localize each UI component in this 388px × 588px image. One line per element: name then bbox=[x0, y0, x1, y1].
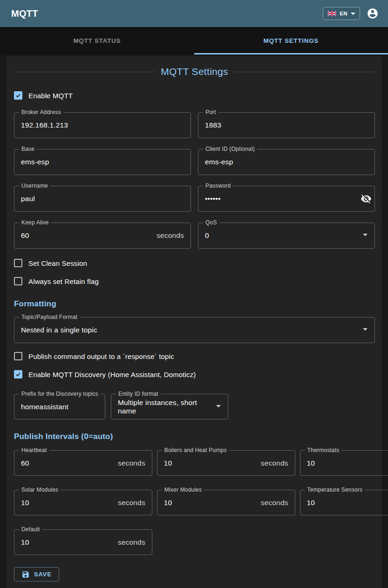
tab-bar: MQTT STATUS MQTT SETTINGS bbox=[0, 27, 388, 54]
checkbox-checked-icon[interactable] bbox=[14, 370, 22, 378]
boilers-interval-field: Boilers and Heat Pumps seconds bbox=[157, 450, 295, 476]
temperature-sensors-interval-input[interactable] bbox=[307, 499, 388, 507]
field-label: Keep Alive bbox=[19, 219, 51, 226]
port-input[interactable] bbox=[205, 121, 368, 129]
field-label: Password bbox=[203, 182, 233, 189]
discovery-prefix-input[interactable] bbox=[21, 403, 98, 411]
password-input[interactable] bbox=[205, 195, 361, 203]
chevron-down-icon bbox=[351, 13, 355, 15]
field-label: Client ID (Optional) bbox=[203, 146, 257, 152]
discovery-fields-row: Prefix for the Discovery topics Entity I… bbox=[14, 394, 375, 419]
client-id-field: Client ID (Optional) bbox=[198, 149, 375, 175]
tab-label: MQTT STATUS bbox=[73, 37, 121, 44]
publish-intervals-heading: Publish Intervals (0=auto) bbox=[14, 432, 375, 442]
mixer-interval-field: Mixer Modules seconds bbox=[157, 490, 295, 515]
default-interval-field: Default seconds bbox=[14, 529, 152, 555]
appbar-actions: EN bbox=[323, 7, 379, 20]
tab-mqtt-status[interactable]: MQTT STATUS bbox=[0, 27, 194, 54]
retain-flag-checkbox-row[interactable]: Always set Retain flag bbox=[14, 276, 375, 287]
save-button-label: SAVE bbox=[34, 571, 52, 578]
field-label: Topic/Payload Format bbox=[19, 314, 80, 320]
active-tab-indicator bbox=[194, 53, 388, 54]
language-code: EN bbox=[340, 11, 347, 16]
clean-session-checkbox-row[interactable]: Set Clean Session bbox=[14, 257, 375, 269]
solar-interval-field: Solar Modules seconds bbox=[14, 490, 152, 515]
seconds-suffix: seconds bbox=[261, 499, 288, 507]
field-label: Default bbox=[19, 526, 42, 533]
qos-value: 0 bbox=[205, 231, 360, 240]
checkbox-unchecked-icon[interactable] bbox=[14, 277, 22, 285]
divider-line bbox=[14, 72, 155, 72]
checkbox-checked-icon[interactable] bbox=[14, 91, 22, 100]
field-label: Thermostats bbox=[305, 447, 342, 453]
checkbox-label: Enable MQTT Discovery (Home Assistant, D… bbox=[28, 371, 196, 378]
app-bar: MQTT EN bbox=[0, 0, 388, 27]
field-label: Prefix for the Discovery topics bbox=[19, 391, 101, 397]
visibility-off-icon[interactable] bbox=[361, 193, 372, 204]
mqtt-settings-card: MQTT Settings Enable MQTT Broker Address… bbox=[7, 56, 382, 588]
topic-payload-format-select[interactable]: Topic/Payload Format Nested in a single … bbox=[14, 317, 375, 343]
boilers-interval-input[interactable] bbox=[164, 459, 257, 467]
thermostats-interval-input[interactable] bbox=[307, 459, 388, 467]
seconds-suffix: seconds bbox=[118, 459, 145, 467]
solar-interval-input[interactable] bbox=[21, 499, 114, 507]
field-label: Temperature Sensors bbox=[305, 487, 365, 493]
field-label: Solar Modules bbox=[19, 487, 61, 493]
keep-alive-field: Keep Alive seconds bbox=[14, 223, 191, 249]
qos-select[interactable]: QoS 0 bbox=[198, 223, 375, 249]
checkbox-label: Enable MQTT bbox=[28, 92, 73, 100]
dropdown-arrow-icon bbox=[360, 229, 371, 242]
thermostats-interval-field: Thermostats seconds bbox=[300, 450, 388, 476]
dropdown-arrow-icon bbox=[360, 324, 371, 337]
field-label: Entity ID format bbox=[116, 391, 161, 397]
tab-label: MQTT SETTINGS bbox=[263, 37, 319, 44]
base-input[interactable] bbox=[21, 158, 184, 166]
checkbox-unchecked-icon[interactable] bbox=[14, 352, 22, 360]
connection-fields-grid: Broker Address Port Base Client ID (Opti… bbox=[14, 112, 375, 249]
keep-alive-input[interactable] bbox=[21, 231, 153, 240]
seconds-suffix: seconds bbox=[157, 231, 184, 240]
dropdown-arrow-icon bbox=[213, 400, 224, 413]
username-input[interactable] bbox=[21, 195, 184, 203]
page-title-divider: MQTT Settings bbox=[14, 67, 375, 77]
default-interval-input[interactable] bbox=[21, 538, 114, 547]
divider-line bbox=[234, 72, 375, 72]
port-field: Port bbox=[198, 112, 375, 138]
checkbox-label: Always set Retain flag bbox=[28, 277, 99, 285]
mqtt-discovery-checkbox-row[interactable]: Enable MQTT Discovery (Home Assistant, D… bbox=[14, 369, 375, 380]
seconds-suffix: seconds bbox=[118, 538, 145, 547]
entity-id-format-select[interactable]: Entity ID format Multiple instances, sho… bbox=[111, 394, 228, 419]
formatting-heading: Formatting bbox=[14, 299, 375, 309]
app-title: MQTT bbox=[11, 8, 38, 19]
save-button[interactable]: SAVE bbox=[14, 567, 59, 581]
base-field: Base bbox=[14, 149, 191, 175]
discovery-prefix-field: Prefix for the Discovery topics bbox=[14, 394, 105, 419]
broker-address-field: Broker Address bbox=[14, 112, 191, 138]
field-label: Username bbox=[19, 182, 50, 189]
temperature-sensors-interval-field: Temperature Sensors seconds bbox=[300, 490, 388, 515]
publish-intervals-grid: Heartbeat seconds Boilers and Heat Pumps… bbox=[14, 450, 375, 555]
field-label: Mixer Modules bbox=[162, 487, 204, 493]
seconds-suffix: seconds bbox=[261, 459, 288, 467]
mixer-interval-input[interactable] bbox=[164, 499, 257, 507]
checkbox-label: Publish command output to a `response` t… bbox=[28, 352, 174, 360]
heartbeat-interval-input[interactable] bbox=[21, 459, 114, 467]
uk-flag-icon bbox=[327, 11, 336, 16]
field-label: Broker Address bbox=[19, 109, 63, 115]
field-label: QoS bbox=[203, 219, 219, 226]
checkbox-unchecked-icon[interactable] bbox=[14, 259, 22, 267]
heartbeat-interval-field: Heartbeat seconds bbox=[14, 450, 152, 476]
seconds-suffix: seconds bbox=[118, 499, 145, 507]
language-selector-button[interactable]: EN bbox=[323, 7, 360, 20]
entity-format-value: Multiple instances, short name bbox=[118, 399, 213, 415]
publish-response-checkbox-row[interactable]: Publish command output to a `response` t… bbox=[14, 351, 375, 362]
field-label: Base bbox=[19, 146, 37, 152]
account-circle-icon[interactable] bbox=[367, 7, 379, 20]
tab-mqtt-settings[interactable]: MQTT SETTINGS bbox=[194, 27, 388, 54]
field-label: Boilers and Heat Pumps bbox=[162, 447, 229, 453]
save-icon bbox=[21, 570, 30, 579]
page-title: MQTT Settings bbox=[155, 67, 234, 77]
broker-address-input[interactable] bbox=[21, 121, 184, 129]
client-id-input[interactable] bbox=[205, 158, 368, 166]
enable-mqtt-checkbox-row[interactable]: Enable MQTT bbox=[14, 90, 375, 101]
